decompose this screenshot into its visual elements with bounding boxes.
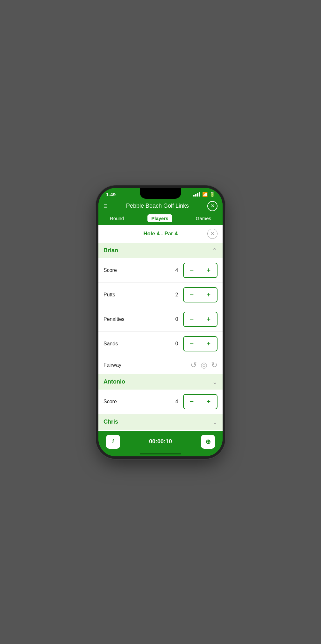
value-brian-penalties: 0 (170, 316, 183, 322)
player-header-chris[interactable]: Chris ⌄ (98, 414, 223, 430)
label-brian-sands: Sands (103, 341, 170, 347)
bottom-bar: i 00:00:10 ⊕ (98, 431, 223, 456)
hole-close-button[interactable]: ✕ (207, 229, 218, 239)
tab-players[interactable]: Players (147, 214, 172, 222)
timer-display: 00:00:10 (149, 438, 172, 445)
value-antonio-score: 4 (170, 399, 183, 405)
app-header: ≡ Pebble Beach Golf Links ✕ Round Player… (98, 198, 223, 225)
target-icon: ⊕ (205, 438, 211, 446)
increment-brian-sands[interactable]: + (200, 337, 217, 351)
decrement-antonio-score[interactable]: − (184, 395, 200, 409)
player-section-brian: Brian ⌃ Score 4 − + Putts 2 (98, 243, 223, 374)
counter-brian-penalties: − + (183, 312, 218, 327)
phone-frame: 1:49 📶 🔋 ≡ Pebble Beach Golf Links ✕ Rou… (98, 188, 223, 456)
chevron-up-icon-brian: ⌃ (212, 247, 218, 254)
fairway-controls: ↺ ◎ ↻ (190, 361, 218, 370)
tab-round[interactable]: Round (106, 214, 128, 222)
time-display: 1:49 (106, 192, 116, 197)
header-close-button[interactable]: ✕ (207, 201, 218, 211)
app-title: Pebble Beach Golf Links (110, 203, 205, 209)
info-icon: i (112, 438, 114, 445)
fairway-redo-icon[interactable]: ↻ (211, 361, 218, 370)
decrement-brian-score[interactable]: − (184, 263, 200, 277)
label-brian-penalties: Penalties (103, 316, 170, 322)
menu-icon[interactable]: ≡ (103, 202, 108, 210)
player-section-chris: Chris ⌄ Score 4 − + (98, 414, 223, 431)
stat-row-brian-putts: Putts 2 − + (98, 283, 223, 307)
value-brian-score: 4 (170, 267, 183, 273)
decrement-brian-putts[interactable]: − (184, 288, 200, 302)
player-rows-brian: Score 4 − + Putts 2 − + (98, 258, 223, 374)
label-brian-score: Score (103, 267, 170, 273)
label-antonio-score: Score (103, 399, 170, 405)
fairway-undo-icon[interactable]: ↺ (190, 361, 197, 370)
hole-header: Hole 4 - Par 4 ✕ (98, 225, 223, 243)
tab-bar: Round Players Games (103, 214, 218, 222)
increment-brian-score[interactable]: + (200, 263, 217, 277)
label-brian-fairway: Fairway (103, 362, 190, 368)
player-header-brian[interactable]: Brian ⌃ (98, 243, 223, 258)
increment-antonio-score[interactable]: + (200, 395, 217, 409)
player-name-brian: Brian (103, 247, 118, 254)
tab-games[interactable]: Games (192, 214, 215, 222)
chevron-down-icon-antonio: ⌄ (212, 378, 218, 386)
counter-brian-sands: − + (183, 336, 218, 351)
player-name-antonio: Antonio (103, 378, 125, 385)
battery-icon: 🔋 (210, 192, 215, 197)
hole-title: Hole 4 - Par 4 (141, 231, 179, 237)
stat-row-brian-sands: Sands 0 − + (98, 332, 223, 356)
header-top: ≡ Pebble Beach Golf Links ✕ (103, 201, 218, 211)
info-button[interactable]: i (106, 435, 120, 449)
player-section-antonio: Antonio ⌄ Score 4 − + (98, 374, 223, 414)
player-name-chris: Chris (103, 419, 118, 425)
status-icons: 📶 🔋 (193, 192, 215, 197)
chevron-down-icon-chris: ⌄ (212, 418, 218, 426)
player-header-antonio[interactable]: Antonio ⌄ (98, 374, 223, 390)
label-brian-putts: Putts (103, 292, 170, 298)
stat-row-brian-fairway: Fairway ↺ ◎ ↻ (98, 356, 223, 374)
counter-brian-putts: − + (183, 287, 218, 302)
increment-brian-penalties[interactable]: + (200, 312, 217, 326)
counter-antonio-score: − + (183, 394, 218, 409)
notch (140, 188, 181, 199)
stat-row-brian-penalties: Penalties 0 − + (98, 307, 223, 332)
value-brian-sands: 0 (170, 341, 183, 347)
stat-row-brian-score: Score 4 − + (98, 258, 223, 283)
decrement-brian-sands[interactable]: − (184, 337, 200, 351)
decrement-brian-penalties[interactable]: − (184, 312, 200, 326)
fairway-target-icon[interactable]: ◎ (201, 361, 207, 370)
player-rows-antonio: Score 4 − + (98, 390, 223, 414)
increment-brian-putts[interactable]: + (200, 288, 217, 302)
value-brian-putts: 2 (170, 292, 183, 298)
signal-icon (193, 192, 200, 197)
wifi-icon: 📶 (202, 192, 208, 197)
home-indicator (140, 453, 181, 454)
main-content: Hole 4 - Par 4 ✕ Brian ⌃ Score 4 − (98, 225, 223, 431)
stat-row-antonio-score: Score 4 − + (98, 390, 223, 414)
target-button[interactable]: ⊕ (201, 435, 215, 449)
counter-brian-score: − + (183, 263, 218, 278)
